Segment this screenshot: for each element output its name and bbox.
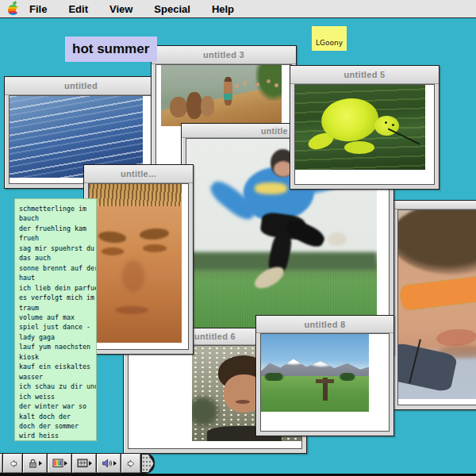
photo-detail-bush [255, 65, 282, 101]
photo-detail-eye [143, 244, 167, 252]
photo-inflatable-turtle [295, 85, 425, 170]
menu-help[interactable]: Help [212, 3, 234, 15]
photo-face-closeup [89, 184, 182, 343]
menu-bar: File Edit View Special Help [0, 0, 476, 18]
apple-logo-bite [16, 8, 21, 13]
module-popup-arrow-icon [64, 461, 67, 466]
control-strip-handle[interactable] [141, 454, 154, 473]
photo-detail-water-patch [192, 395, 220, 428]
window-title: untitle [261, 126, 288, 136]
photo-detail-hair [398, 210, 476, 274]
photo-detail-sitting-person [186, 92, 202, 119]
photo-detail-flipper [344, 141, 374, 154]
titlebar[interactable]: untitle... [84, 165, 193, 183]
photo-detail-bushes [261, 373, 369, 381]
scroll-right-button[interactable] [121, 454, 140, 473]
window-content [294, 84, 435, 185]
photo-selfie-sunglasses [398, 210, 476, 399]
module-popup-arrow-icon [89, 461, 92, 466]
photo-detail-eyebrow [98, 230, 126, 244]
photo-detail-orange-sunglasses [398, 274, 476, 311]
titlebar[interactable]: untitled 8 [256, 316, 393, 333]
window-selfie[interactable] [393, 200, 476, 410]
window-title: untitle... [121, 169, 156, 178]
apple-menu-icon[interactable] [8, 2, 18, 15]
window-content [88, 183, 189, 350]
photo-detail-signpost-crossbar [316, 379, 334, 383]
control-strip[interactable] [0, 453, 155, 474]
module-popup-arrow-icon [39, 461, 42, 466]
desktop: File Edit View Special Help untitled unt… [0, 0, 476, 476]
security-lock-module[interactable] [23, 454, 47, 473]
photo-detail-shoe [328, 232, 347, 247]
photo-detail-hair [89, 184, 182, 206]
menu-file[interactable]: File [29, 3, 47, 15]
menu-view[interactable]: View [109, 3, 132, 15]
menu-special[interactable]: Special [154, 3, 190, 15]
window-title: untitled 6 [194, 332, 236, 341]
photo-detail-nose-shadow [122, 260, 144, 292]
menu-edit[interactable]: Edit [68, 3, 88, 15]
photo-detail-eye [102, 248, 124, 255]
window-untitled-8[interactable]: untitled 8 [255, 315, 394, 436]
titlebar[interactable]: untitled 3 [152, 46, 296, 64]
titlebar[interactable]: untitled [5, 77, 157, 95]
photo-detail-hoodie-graphic [255, 182, 287, 194]
window-title: untitled 5 [344, 70, 386, 79]
speaker-icon [102, 458, 113, 469]
display-depth-module[interactable] [48, 454, 71, 473]
window-untitle-truncated[interactable]: untitle... [83, 164, 194, 355]
photo-detail-mouth [115, 306, 148, 314]
window-content [260, 333, 390, 432]
arrow-right-icon [126, 459, 136, 469]
sound-volume-module[interactable] [97, 454, 121, 473]
photo-detail-cord [388, 129, 420, 145]
pattern-icon [77, 458, 88, 469]
display-colors-icon [52, 458, 63, 469]
desktop-pattern-module[interactable] [72, 454, 96, 473]
module-popup-arrow-icon [113, 461, 117, 466]
scroll-left-button[interactable] [3, 454, 22, 473]
hot-summer-label[interactable]: hot summer [65, 36, 157, 62]
lgoony-sticky-note[interactable]: LGoony [312, 26, 347, 51]
window-title: untitled 3 [203, 50, 244, 60]
collapsed-module[interactable] [0, 454, 2, 473]
window-untitled-5[interactable]: untitled 5 [290, 65, 440, 190]
lyrics-note[interactable]: schmetterlinge im bauch der fruehling ka… [14, 198, 97, 441]
titlebar[interactable] [393, 201, 476, 209]
arrow-left-icon [8, 459, 18, 469]
photo-detail-sitting-person [201, 96, 214, 117]
photo-detail-swimmers [243, 81, 247, 85]
window-content [397, 209, 476, 405]
photo-detail-standing-person [224, 77, 232, 105]
apple-logo-leaf [12, 1, 17, 6]
lock-icon [28, 458, 38, 469]
photo-detail-eyebrow [140, 228, 170, 241]
window-title: untitled 8 [305, 320, 346, 329]
photo-detail-lips [436, 328, 476, 347]
photo-mountain-meadow [261, 334, 369, 412]
photo-detail-sitting-person [170, 97, 188, 117]
photo-lakeside-beach [161, 65, 282, 126]
titlebar[interactable]: untitled 5 [290, 66, 439, 84]
window-title: untitled [64, 81, 98, 90]
